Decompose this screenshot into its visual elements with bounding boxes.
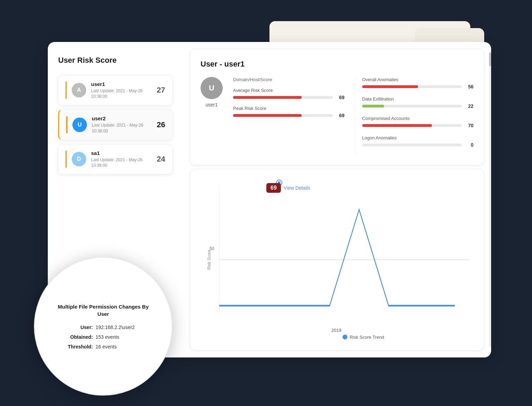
- metric-avg-bar-bg: [233, 96, 333, 99]
- user-card-sa1[interactable]: D sa1 Last Update: 2021 - May-26 10:38:0…: [58, 144, 172, 175]
- user-name-user2: user2: [92, 115, 152, 121]
- popup-key-obtained: Obtained:: [65, 334, 93, 340]
- metric-avg-bar-fill: [233, 96, 302, 99]
- user-score-user2: 26: [157, 120, 165, 129]
- anomaly-exfil-value: 22: [465, 103, 473, 109]
- metric-peak-name: Peak Risk Score: [233, 106, 345, 111]
- accent-bar-user2: [66, 116, 68, 133]
- panel-title: User Risk Score: [58, 56, 172, 65]
- legend-dot: [343, 335, 347, 339]
- detail-title: User - user1: [201, 60, 473, 69]
- anomaly-logon-bar-bg: [362, 144, 462, 146]
- user-info-user2: user2 Last Update: 2021 - May-26 10:38:0…: [92, 115, 152, 134]
- chart-legend: Risk Score Trend: [343, 335, 384, 340]
- anomaly-exfil-bar-row: 22: [362, 103, 474, 109]
- anomalies-section: Overall Anomalies 56 Data Exfiltration: [355, 77, 474, 155]
- accent-bar-sa1: [65, 150, 67, 168]
- chart-y-label: Risk Score: [207, 249, 212, 269]
- anomaly-exfil-fill: [362, 105, 384, 107]
- anomaly-exfil: Data Exfiltration 22: [362, 96, 474, 109]
- anomaly-overall: Overall Anomalies 56: [362, 77, 474, 89]
- view-details-link[interactable]: View Details: [284, 185, 310, 191]
- popup-val-user: 192:168.2.2\user2: [96, 325, 135, 330]
- accent-bar-user1: [65, 81, 67, 99]
- user-date-sa1: Last Update: 2021 - May-26 10:38:00: [91, 157, 152, 169]
- popup-key-user: User:: [65, 325, 93, 330]
- metric-peak-bar-row: 69: [233, 113, 345, 118]
- popup-val-threshold: 16 events: [96, 344, 117, 349]
- avatar-sa1: D: [72, 152, 86, 166]
- popup-row-user: User: 192:168.2.2\user2: [65, 325, 141, 330]
- user-info-user1: user1 Last Update: 2021 - May-26 10:38:0…: [91, 81, 152, 100]
- avatar-user1: A: [72, 83, 86, 97]
- popup-rows: User: 192:168.2.2\user2 Obtained: 153 ev…: [52, 325, 154, 349]
- avatar-label: user1: [205, 102, 218, 107]
- anomaly-logon-value: 0: [465, 142, 473, 148]
- detail-content: U user1 Domain/Host/Score Average Risk S…: [201, 77, 473, 155]
- domain-label: Domain/Host/Score: [233, 77, 345, 82]
- user-card-user1[interactable]: A user1 Last Update: 2021 - May-26 10:38…: [58, 75, 172, 106]
- anomaly-logon: Logon Anomalies 0: [362, 135, 474, 148]
- chart-area: Risk Score 50 2019 69 View Details: [197, 176, 477, 343]
- popup-row-obtained: Obtained: 153 events: [65, 334, 141, 340]
- anomaly-logon-bar-row: 0: [362, 142, 474, 148]
- anomaly-compromised-value: 70: [465, 123, 473, 128]
- right-panel: User - user1 U user1 Domain/Host/Score A…: [183, 42, 491, 357]
- user-score-user1: 27: [157, 86, 165, 95]
- anomaly-compromised: Compromised Accounts 70: [362, 116, 474, 128]
- user-name-user1: user1: [91, 81, 152, 87]
- anomaly-overall-bar-bg: [362, 85, 462, 88]
- user-name-sa1: sa1: [91, 150, 152, 156]
- popup-title: Multiple File Permission Changes By User: [52, 303, 154, 318]
- chart-x-label: 2019: [331, 328, 342, 333]
- chart-card: Risk Score 50 2019 69 View Details: [190, 169, 484, 351]
- popup-val-obtained: 153 events: [96, 334, 119, 340]
- metric-avg-name: Average Risk Score: [233, 88, 345, 93]
- anomaly-overall-name: Overall Anomalies: [362, 77, 474, 82]
- anomaly-overall-value: 56: [465, 84, 473, 89]
- anomaly-compromised-bar-bg: [362, 124, 462, 127]
- anomaly-overall-bar-row: 56: [362, 84, 474, 89]
- avatar-large: U: [201, 77, 223, 99]
- legend-label: Risk Score Trend: [349, 335, 384, 340]
- user-info-sa1: sa1 Last Update: 2021 - May-26 10:38:00: [91, 150, 152, 169]
- anomaly-compromised-bar-row: 70: [362, 123, 474, 128]
- chart-tooltip: 69 View Details: [266, 183, 310, 193]
- metric-peak-bar-fill: [233, 114, 302, 117]
- metric-avg-value: 69: [336, 95, 345, 100]
- avatar-user2: U: [72, 118, 87, 132]
- user-avatar-large: U user1: [201, 77, 223, 107]
- metric-peak-value: 69: [336, 113, 345, 118]
- popup-card: Multiple File Permission Changes By User…: [34, 257, 172, 396]
- anomaly-exfil-name: Data Exfiltration: [362, 96, 474, 102]
- user-date-user1: Last Update: 2021 - May-26 10:38:00: [91, 88, 152, 100]
- tooltip-score: 69: [266, 183, 281, 193]
- chart-svg: [197, 176, 477, 343]
- metrics-section: Domain/Host/Score Average Risk Score 69: [233, 77, 345, 124]
- popup-key-threshold: Threshold:: [65, 344, 93, 349]
- anomaly-compromised-fill: [362, 124, 432, 127]
- anomaly-compromised-name: Compromised Accounts: [362, 116, 474, 121]
- metric-peak-bar-bg: [233, 114, 333, 117]
- scrollbar-thumb[interactable]: [489, 52, 491, 66]
- detail-card: User - user1 U user1 Domain/Host/Score A…: [190, 49, 484, 165]
- metric-avg-bar-row: 69: [233, 95, 345, 100]
- popup-row-threshold: Threshold: 16 events: [65, 344, 141, 349]
- anomaly-overall-fill: [362, 85, 418, 88]
- user-card-user2[interactable]: U user2 Last Update: 2021 - May-26 10:38…: [58, 110, 172, 140]
- metric-peak-risk: Peak Risk Score 69: [233, 106, 345, 118]
- anomaly-logon-name: Logon Anomalies: [362, 135, 474, 140]
- metric-avg-risk: Average Risk Score 69: [233, 88, 345, 100]
- anomaly-exfil-bar-bg: [362, 105, 462, 107]
- chart-y-value: 50: [210, 246, 214, 251]
- scrollbar-track[interactable]: [489, 52, 491, 347]
- user-date-user2: Last Update: 2021 - May-26 10:38:00: [92, 122, 152, 134]
- user-score-sa1: 24: [157, 155, 165, 164]
